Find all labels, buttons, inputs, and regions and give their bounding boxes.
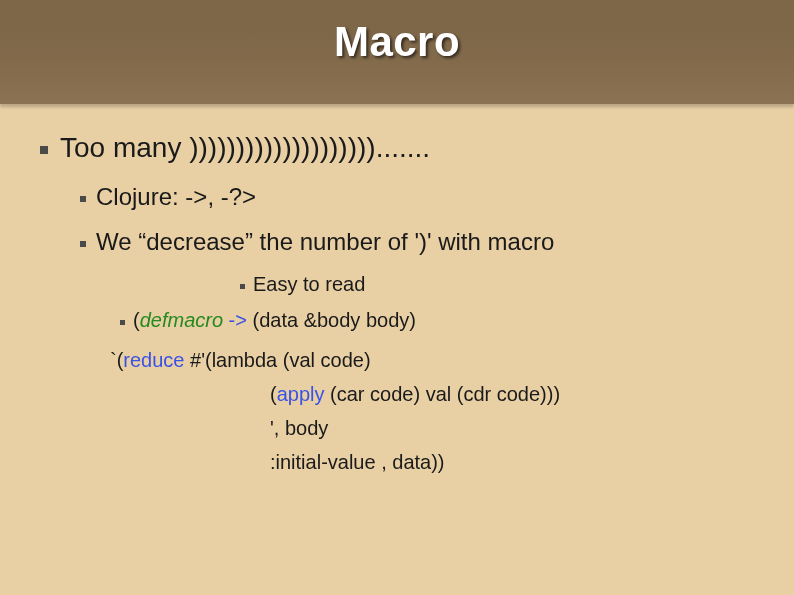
bullet-level2: Clojure: ->, -?> xyxy=(80,181,760,212)
text-lvl2a: Clojure: ->, -?> xyxy=(96,183,256,210)
code-line-4: ', body xyxy=(110,411,760,445)
slide-title: Macro xyxy=(0,0,794,66)
bullet-icon xyxy=(40,146,48,154)
bullet-icon xyxy=(80,241,86,247)
code-keyword-reduce: reduce xyxy=(123,349,184,371)
code-line-3-rest: (car code) val (cdr code))) xyxy=(324,383,560,405)
bullet-level2: We “decrease” the number of ')' with mac… xyxy=(80,226,760,257)
code-line-2: `(reduce #'(lambda (val code) xyxy=(110,343,760,377)
code-keyword-apply: apply xyxy=(277,383,325,405)
code-block: `(reduce #'(lambda (val code) (apply (ca… xyxy=(110,343,760,479)
code-line-1-prefix: ( xyxy=(133,309,140,331)
code-line-3: (apply (car code) val (cdr code))) xyxy=(110,377,760,411)
bullet-level3-code: (defmacro -> (data &body body) xyxy=(120,307,760,333)
slide: Macro Too many )))))))))))))))))))).....… xyxy=(0,0,794,595)
code-line-2-rest: #'(lambda (val code) xyxy=(184,349,370,371)
text-lvl3a: Easy to read xyxy=(253,273,365,295)
code-arrow: -> xyxy=(223,309,252,331)
text-lvl2b: We “decrease” the number of ')' with mac… xyxy=(96,228,554,255)
title-band: Macro xyxy=(0,0,794,104)
slide-content: Too many ))))))))))))))))))))....... Clo… xyxy=(40,130,760,479)
bullet-level1: Too many ))))))))))))))))))))....... xyxy=(40,130,760,165)
code-line-2-prefix: `( xyxy=(110,349,123,371)
code-line-1-rest: (data &body body) xyxy=(253,309,416,331)
bullet-icon xyxy=(240,284,245,289)
code-line-3-prefix: ( xyxy=(270,383,277,405)
text-lvl1: Too many ))))))))))))))))))))....... xyxy=(60,132,430,163)
code-keyword-defmacro: defmacro xyxy=(140,309,223,331)
bullet-icon xyxy=(80,196,86,202)
code-line-5: :initial-value , data)) xyxy=(110,445,760,479)
bullet-icon xyxy=(120,320,125,325)
bullet-level3: Easy to read xyxy=(240,271,760,297)
